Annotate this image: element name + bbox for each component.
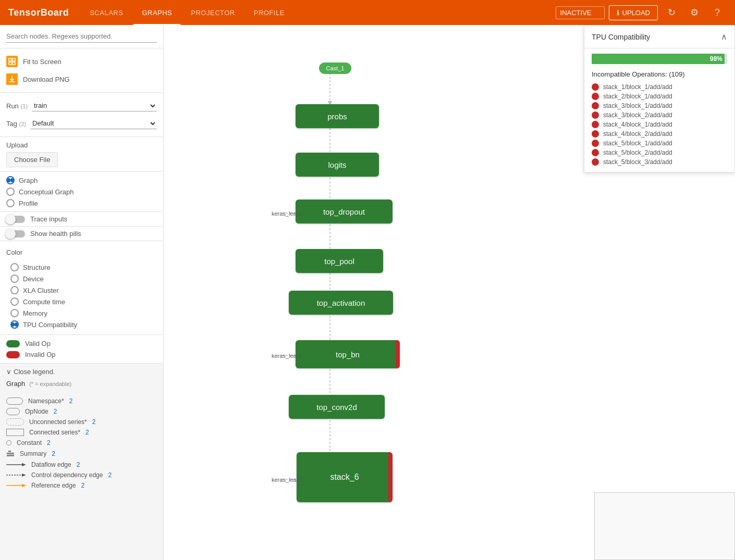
color-xla[interactable]: XLA Cluster (6, 284, 157, 296)
control-dep-shape (6, 472, 26, 478)
tpu-op-item: stack_5/block_2/add/add (592, 148, 727, 157)
nav-projector[interactable]: PROJECTOR (182, 0, 243, 25)
control-dep-link[interactable]: 2 (108, 471, 112, 479)
graph-radio-conceptual[interactable]: Conceptual Graph (6, 188, 157, 196)
probs-node[interactable]: probs (296, 104, 379, 128)
tpu-incompatible-title: Incompatible Operations: (109) (592, 70, 727, 78)
reference-link[interactable]: 2 (81, 482, 84, 489)
legend-reference: Reference edge 2 (6, 480, 157, 491)
legend-graph-label: Graph (6, 380, 25, 388)
color-memory[interactable]: Memory (6, 307, 157, 319)
graph-radio-indicator (6, 176, 15, 184)
color-header: Color (6, 245, 157, 262)
graph-radio-profile[interactable]: Profile (6, 199, 157, 207)
keras2-node[interactable] (308, 353, 315, 358)
color-label: Color (6, 248, 22, 256)
header-controls: INACTIVE ℹ UPLOAD ↻ ⚙ ? (556, 3, 727, 22)
tpu-op-item: stack_4/block_2/add/add (592, 129, 727, 139)
keras3-label: keras_learn... (272, 477, 307, 483)
color-tpu[interactable]: TPU Compatibility (6, 319, 157, 330)
minimap (594, 492, 735, 560)
graph-radio-graph[interactable]: Graph (6, 176, 157, 184)
refresh-button[interactable]: ↻ (662, 3, 681, 22)
keras3-node[interactable] (308, 477, 315, 482)
download-png-action[interactable]: Download PNG (6, 70, 157, 88)
tpu-progress-track: 98% (592, 54, 727, 64)
tpu-collapse-button[interactable]: ∧ (721, 32, 727, 42)
color-compute[interactable]: Compute time (6, 296, 157, 307)
app-logo: TensorBoard (8, 7, 69, 18)
top-conv2d-node[interactable]: top_conv2d (289, 395, 385, 419)
svg-rect-5 (7, 455, 14, 456)
keras2-connector: keras_learn... (272, 353, 315, 359)
namespace-link[interactable]: 2 (69, 397, 73, 405)
tag-label: Tag (2) (6, 120, 26, 128)
logits-node[interactable]: logits (296, 153, 379, 177)
run-row: Run (1) train (6, 97, 157, 115)
tag-row: Tag (2) Default (6, 115, 157, 132)
op-legend-section: Valid Op Invalid Op (0, 335, 163, 364)
settings-button[interactable]: ⚙ (685, 3, 704, 22)
top-pool-node[interactable]: top_pool (296, 249, 383, 273)
tpu-op-dot (592, 140, 599, 147)
valid-op-item: Valid Op (6, 338, 157, 349)
conceptual-radio-indicator (6, 188, 15, 196)
valid-op-dot (6, 340, 20, 347)
color-device-radio (10, 275, 19, 283)
graph-type-section: Graph Conceptual Graph Profile (0, 172, 163, 212)
trace-inputs-toggle[interactable] (6, 216, 25, 223)
keras1-node[interactable] (308, 211, 315, 216)
main-nav: SCALARS GRAPHS PROJECTOR PROFILE (81, 0, 543, 25)
invalid-op-dot (6, 351, 20, 358)
color-tpu-radio (10, 320, 19, 329)
tag-select[interactable]: Default (30, 118, 157, 129)
search-input[interactable] (6, 30, 157, 43)
color-structure[interactable]: Structure (6, 262, 157, 273)
legend-connected: Connected series* 2 (6, 427, 157, 438)
color-section: Color Structure Device XLA Cluster Compu… (0, 241, 163, 335)
opnode-link[interactable]: 2 (54, 408, 57, 415)
search-section (0, 25, 163, 48)
show-health-pills-toggle[interactable] (6, 230, 25, 238)
show-health-pills-row: Show health pills (0, 227, 163, 241)
tpu-op-dot (592, 111, 599, 119)
unconnected-shape (6, 418, 24, 426)
choose-file-button[interactable]: Choose File (6, 152, 58, 167)
constant-shape (6, 440, 11, 445)
legend-expandable-note: (* = expandable) (29, 381, 71, 387)
tpu-op-item: stack_2/block_1/add/add (592, 92, 727, 101)
tpu-op-item: stack_1/block_1/add/add (592, 82, 727, 92)
color-device[interactable]: Device (6, 273, 157, 284)
legend-opnode: OpNode 2 (6, 406, 157, 417)
top-activation-node[interactable]: top_activation (289, 291, 393, 315)
help-button[interactable]: ? (708, 3, 727, 22)
tpu-panel-title: TPU Compatibility (592, 33, 650, 41)
tpu-op-dot (592, 130, 599, 138)
dataflow-link[interactable]: 2 (77, 461, 80, 468)
connected-link[interactable]: 2 (85, 429, 89, 436)
trace-inputs-row: Trace inputs (0, 212, 163, 227)
graph-area: Cast_1 probs logits top_dropout top_pool… (164, 25, 735, 560)
tpu-op-dot (592, 83, 599, 91)
close-legend-button[interactable]: ∨ Close legend. (6, 368, 157, 376)
run-select[interactable]: train (32, 100, 157, 111)
unconnected-link[interactable]: 2 (92, 418, 96, 426)
keras1-connector: keras_learn... (272, 210, 315, 217)
nav-scalars[interactable]: SCALARS (81, 0, 131, 25)
nav-graphs[interactable]: GRAPHS (133, 0, 180, 25)
fit-to-screen-action[interactable]: Fit to Screen (6, 53, 157, 70)
svg-marker-10 (22, 474, 26, 477)
color-memory-radio (10, 309, 19, 317)
header: TensorBoard SCALARS GRAPHS PROJECTOR PRO… (0, 0, 735, 25)
keras2-label: keras_learn... (272, 353, 307, 359)
legend-constant: Constant 2 (6, 438, 157, 448)
profile-radio-indicator (6, 199, 15, 207)
cast1-node[interactable]: Cast_1 (319, 63, 351, 74)
legend-summary: Summary 2 (6, 448, 157, 459)
nav-profile[interactable]: PROFILE (246, 0, 293, 25)
summary-link[interactable]: 2 (52, 450, 55, 457)
upload-button[interactable]: ℹ UPLOAD (609, 5, 658, 20)
chevron-down-icon: ∨ (6, 368, 11, 376)
constant-link[interactable]: 2 (47, 439, 51, 446)
status-select[interactable]: INACTIVE (556, 6, 605, 19)
